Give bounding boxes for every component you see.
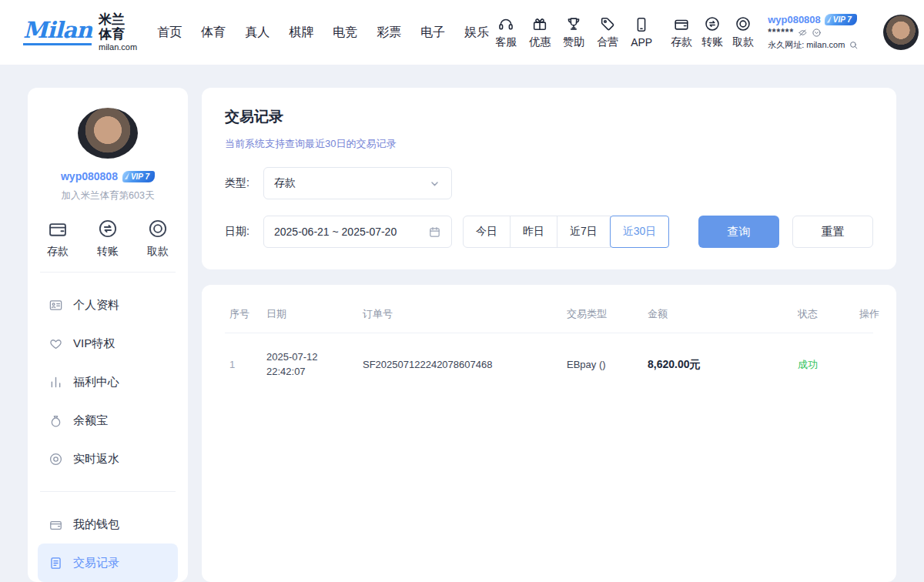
menu-item-chess[interactable]: 棋牌 xyxy=(289,25,313,41)
main-content: 交易记录 当前系统支持查询最近30日的交易记录 类型: 存款 日期: 2025-… xyxy=(202,88,896,582)
document-icon xyxy=(49,556,63,570)
date-label: 日期: xyxy=(225,225,263,239)
menu-item-home[interactable]: 首页 xyxy=(157,25,182,41)
sidebar-item-welfare[interactable]: 福利中心 xyxy=(38,363,178,401)
eye-off-icon[interactable] xyxy=(798,28,808,38)
masked-balance: ****** xyxy=(768,27,794,38)
col-header-amount: 金额 xyxy=(643,291,793,333)
page-title: 交易记录 xyxy=(225,107,873,127)
filter-card: 交易记录 当前系统支持查询最近30日的交易记录 类型: 存款 日期: 2025-… xyxy=(202,88,896,269)
chart-icon xyxy=(49,375,63,390)
transactions-card: 序号 日期 订单号 交易类型 金额 状态 操作 1 2025-07-12 xyxy=(202,285,896,582)
sidebar-item-yuebao[interactable]: 余额宝 xyxy=(38,401,178,440)
nav-transfer[interactable]: 转账 xyxy=(697,15,728,49)
reset-button[interactable]: 重置 xyxy=(792,216,873,248)
trophy-icon xyxy=(565,15,582,32)
nav-deposit[interactable]: 存款 xyxy=(666,15,697,49)
quick-action-label: 存款 xyxy=(47,245,69,259)
nav-icon-label: 赞助 xyxy=(563,35,584,49)
date-row: 日期: 2025-06-21 ~ 2025-07-20 今日 昨日 近7日 近3… xyxy=(225,216,873,248)
col-header-date: 日期 xyxy=(262,291,358,333)
user-block[interactable]: wyp080808 VIP 7 ****** 永久网址: milan.com xyxy=(768,14,874,51)
nav-promo[interactable]: 优惠 xyxy=(523,15,557,49)
menu-item-sports[interactable]: 体育 xyxy=(201,25,226,41)
cell-order: SF202507122242078607468 xyxy=(358,333,562,396)
nav-app[interactable]: APP xyxy=(624,16,658,48)
heart-icon xyxy=(49,336,63,351)
nav-icon-label: 合营 xyxy=(597,35,618,49)
logo-domain: milan.com xyxy=(99,42,137,52)
sidebar-item-transactions[interactable]: 交易记录 xyxy=(38,544,178,582)
cell-action xyxy=(855,333,873,396)
col-header-status: 状态 xyxy=(793,291,855,333)
nav-withdraw[interactable]: 取款 xyxy=(728,15,758,49)
chevron-circle-icon[interactable] xyxy=(812,28,822,38)
col-header-action: 操作 xyxy=(855,291,873,333)
moneybag-icon xyxy=(49,413,63,428)
sidebar-item-profile[interactable]: 个人资料 xyxy=(38,286,178,324)
cell-no: 1 xyxy=(225,333,262,396)
main-menu: 首页 体育 真人 棋牌 电竞 彩票 电子 娱乐 xyxy=(157,25,489,41)
sidebar-item-wallet[interactable]: 我的钱包 xyxy=(38,505,178,544)
quick-action-withdraw[interactable]: 取款 xyxy=(147,218,169,259)
sidebar-menu: 个人资料 VIP特权 福利中心 余额宝 实时返水 xyxy=(38,286,178,478)
nav-sponsor[interactable]: 赞助 xyxy=(557,15,591,49)
navbar-right: 客服 优惠 赞助 合营 APP 存款 转账 xyxy=(489,14,919,51)
col-header-type: 交易类型 xyxy=(562,291,643,333)
col-header-order: 订单号 xyxy=(358,291,562,333)
table-row: 1 2025-07-12 22:42:07 SF2025071222420786… xyxy=(225,333,873,396)
vip-badge: VIP 7 xyxy=(122,171,155,182)
search-button[interactable]: 查询 xyxy=(698,216,779,248)
user-avatar[interactable] xyxy=(883,15,919,50)
nav-icon-label: 转账 xyxy=(701,35,723,49)
sidebar-item-label: 个人资料 xyxy=(73,298,119,313)
nav-service[interactable]: 客服 xyxy=(489,15,523,49)
permanent-url: 永久网址: milan.com xyxy=(768,39,845,51)
magnifier-icon[interactable] xyxy=(849,40,859,50)
top-navbar: Milan 米兰体育 milan.com 首页 体育 真人 棋牌 电竞 彩票 电… xyxy=(0,0,924,65)
calendar-icon xyxy=(428,226,441,239)
menu-item-live[interactable]: 真人 xyxy=(245,25,270,41)
nav-icon-label: APP xyxy=(631,36,652,48)
headset-icon xyxy=(497,15,514,32)
sidebar-item-rebate[interactable]: 实时返水 xyxy=(38,440,178,478)
filter-subtitle: 当前系统支持查询最近30日的交易记录 xyxy=(225,137,873,151)
type-select[interactable]: 存款 xyxy=(263,167,452,199)
id-card-icon xyxy=(49,298,63,313)
gift-icon xyxy=(531,15,548,32)
transfer-icon xyxy=(704,15,721,32)
avatar xyxy=(78,108,138,159)
nav-partner[interactable]: 合营 xyxy=(591,15,624,49)
date-range-value: 2025-06-21 ~ 2025-07-20 xyxy=(274,226,397,238)
range-7days-button[interactable]: 近7日 xyxy=(557,216,611,248)
nav-icon-label: 客服 xyxy=(495,35,517,49)
menu-item-lottery[interactable]: 彩票 xyxy=(377,25,401,41)
nav-icon-label: 优惠 xyxy=(529,35,551,49)
date-range-input[interactable]: 2025-06-21 ~ 2025-07-20 xyxy=(263,216,452,248)
quick-action-deposit[interactable]: 存款 xyxy=(47,218,69,259)
withdraw-icon xyxy=(147,218,169,239)
range-today-button[interactable]: 今日 xyxy=(463,216,511,248)
date-quick-ranges: 今日 昨日 近7日 近30日 xyxy=(463,216,669,248)
cell-type: EBpay () xyxy=(562,333,643,396)
nav-icon-label: 取款 xyxy=(732,35,754,49)
range-30days-button[interactable]: 近30日 xyxy=(610,216,670,248)
quick-action-label: 转账 xyxy=(97,245,119,259)
type-row: 类型: 存款 xyxy=(225,167,873,199)
quick-action-transfer[interactable]: 转账 xyxy=(97,218,119,259)
logo[interactable]: Milan 米兰体育 milan.com xyxy=(23,13,137,51)
range-yesterday-button[interactable]: 昨日 xyxy=(510,216,557,248)
menu-item-slots[interactable]: 电子 xyxy=(420,25,445,41)
wallet-icon xyxy=(47,218,69,239)
status-badge: 成功 xyxy=(793,333,855,396)
menu-item-entertainment[interactable]: 娱乐 xyxy=(464,25,489,41)
transactions-table: 序号 日期 订单号 交易类型 金额 状态 操作 1 2025-07-12 xyxy=(225,291,873,396)
sidebar-item-vip[interactable]: VIP特权 xyxy=(38,324,178,363)
menu-item-esports[interactable]: 电竞 xyxy=(333,25,357,41)
table-header-row: 序号 日期 订单号 交易类型 金额 状态 操作 xyxy=(225,291,873,333)
col-header-no: 序号 xyxy=(225,291,262,333)
wallet-group: 存款 转账 取款 xyxy=(666,15,758,49)
tag-icon xyxy=(599,15,616,32)
sidebar-item-label: 实时返水 xyxy=(73,452,119,467)
type-label: 类型: xyxy=(225,176,263,190)
